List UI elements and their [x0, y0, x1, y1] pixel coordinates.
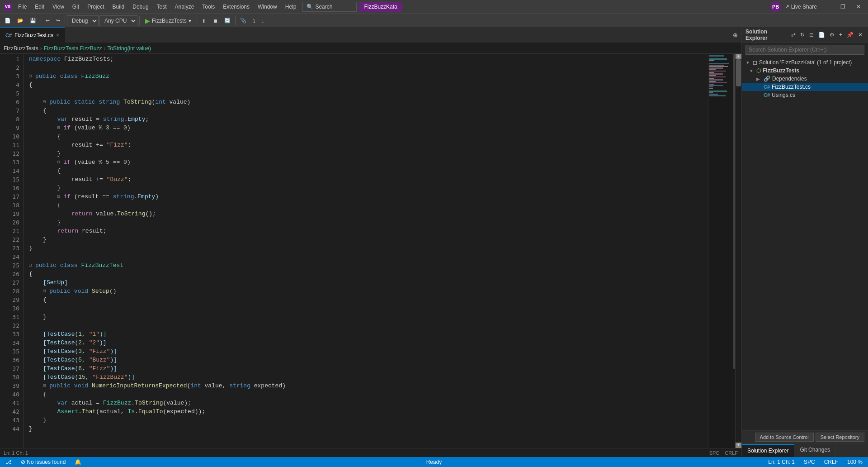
fold-39[interactable]: ⊟ — [43, 381, 48, 390]
fold-3[interactable]: ⊟ — [29, 72, 34, 81]
line-num-6: 6 — [0, 98, 19, 106]
se-refresh-button[interactable]: ↻ — [798, 31, 807, 39]
fold-6[interactable]: ⊟ — [43, 98, 48, 106]
breadcrumb-method[interactable]: ToString(int value) — [107, 45, 151, 52]
line-numbers: 1 2 3 4 5 6 7 8 9 10 11 12 13 14 15 16 1… — [0, 54, 24, 448]
editor-area[interactable]: 1 2 3 4 5 6 7 8 9 10 11 12 13 14 15 16 1… — [0, 54, 741, 448]
line-num-40: 40 — [0, 390, 19, 399]
toolbar-new[interactable]: 📄 — [2, 16, 14, 25]
status-encoding[interactable]: CRLF — [822, 459, 840, 465]
toolbar-step-into[interactable]: ↓ — [259, 17, 267, 25]
toolbar-restart[interactable]: 🔄 — [222, 16, 233, 25]
se-sync-button[interactable]: ⇄ — [789, 31, 797, 39]
minimap-content — [708, 54, 735, 98]
run-button[interactable]: ▶ FizzBuzzTests ▾ — [142, 16, 195, 26]
status-position[interactable]: Ln: 1 Ch: 1 — [766, 459, 797, 465]
line-num-35: 35 — [0, 347, 19, 356]
fold-28[interactable]: ⊟ — [43, 287, 48, 295]
menu-extensions[interactable]: Extensions — [219, 2, 253, 12]
breadcrumb-project[interactable]: FizzBuzzTests — [4, 45, 38, 52]
scrollbar-thumb[interactable] — [736, 59, 741, 86]
se-show-all[interactable]: 📄 — [816, 31, 827, 39]
debug-config-dropdown[interactable]: Debug — [67, 15, 99, 26]
code-line-31: } — [29, 313, 708, 321]
breadcrumb-namespace[interactable]: FizzBuzzTests.FizzBuzz — [44, 45, 102, 52]
se-search[interactable] — [742, 43, 868, 57]
live-share-button[interactable]: ↗ Live Share — [785, 4, 817, 10]
tab-git-changes[interactable]: Git Changes — [794, 444, 836, 457]
run-dropdown-arrow: ▾ — [189, 18, 191, 24]
file-tab-fizzbuzztest[interactable]: C# FizzBuzzTest.cs × — [0, 27, 65, 43]
menu-build[interactable]: Build — [109, 2, 128, 12]
close-button[interactable]: ✕ — [853, 2, 864, 12]
scroll-up-arrow[interactable]: ▲ — [736, 54, 741, 59]
maximize-button[interactable]: ❐ — [837, 2, 849, 12]
scroll-down-arrow[interactable]: ▼ — [736, 443, 741, 448]
fold-17[interactable]: ⊟ — [57, 192, 62, 201]
minimize-button[interactable]: — — [821, 2, 833, 12]
menu-test[interactable]: Test — [153, 2, 170, 12]
menu-project[interactable]: Project — [84, 2, 108, 12]
se-search-input[interactable] — [745, 45, 864, 55]
line-num-14: 14 — [0, 167, 19, 175]
menu-help[interactable]: Help — [282, 2, 300, 12]
menu-window[interactable]: Window — [254, 2, 281, 12]
menu-tools[interactable]: Tools — [198, 2, 218, 12]
status-spaces[interactable]: SPC — [802, 459, 817, 465]
toolbar-undo[interactable]: ↩ — [43, 16, 52, 25]
menu-analyze[interactable]: Analyze — [171, 2, 198, 12]
line-num-32: 32 — [0, 321, 19, 330]
tab-close-button[interactable]: × — [56, 32, 59, 38]
line-num-3: 3 — [0, 72, 19, 81]
status-notifications-icon[interactable]: 🔔 — [73, 459, 83, 465]
user-avatar[interactable]: PB — [770, 1, 781, 12]
menu-git[interactable]: Git — [69, 2, 83, 12]
active-project-tab[interactable]: FizzBuzzKata — [359, 2, 401, 12]
line-num-15: 15 — [0, 175, 19, 184]
tree-dependencies[interactable]: ▶ 🔗 Dependencies — [742, 75, 868, 83]
fold-25[interactable]: ⊟ — [29, 261, 34, 270]
se-add[interactable]: + — [837, 31, 844, 39]
menu-edit[interactable]: Edit — [31, 2, 48, 12]
tree-usings-cs[interactable]: C# Usings.cs — [742, 91, 868, 99]
status-left: ⎇ ⊘ No issues found 🔔 — [4, 459, 83, 465]
status-git-icon[interactable]: ⎇ — [4, 459, 14, 465]
breadcrumb-sep-2: › — [104, 45, 105, 52]
menu-view[interactable]: View — [49, 2, 68, 12]
toolbar-save[interactable]: 💾 — [27, 16, 39, 25]
new-tab-button[interactable]: ⊕ — [729, 32, 741, 38]
tree-fizzbuzztest-cs[interactable]: C# FizzBuzzTest.cs — [742, 83, 868, 91]
status-zoom[interactable]: 100 % — [845, 459, 864, 465]
global-search-box[interactable]: 🔍 Search — [302, 2, 357, 12]
se-pin[interactable]: 📌 — [845, 31, 855, 39]
line-num-31: 31 — [0, 313, 19, 321]
code-editor[interactable]: namespace FizzBuzzTests; ⊟public class F… — [24, 54, 708, 448]
line-num-2: 2 — [0, 63, 19, 72]
tree-project[interactable]: ▼ ⬡ FizzBuzzTests — [742, 67, 868, 75]
line-num-19: 19 — [0, 210, 19, 218]
fold-13[interactable]: ⊟ — [57, 158, 62, 167]
se-properties[interactable]: ⚙ — [828, 31, 836, 39]
toolbar-open[interactable]: 📂 — [14, 16, 26, 25]
add-to-source-control-button[interactable]: Add to Source Control — [755, 433, 814, 442]
toolbar-stop[interactable]: ⏹ — [210, 17, 221, 25]
code-line-35: [TestCase(3, "Fizz")] — [29, 347, 708, 356]
toolbar-attach[interactable]: 📎 — [237, 16, 249, 25]
se-collapse-all[interactable]: ⊟ — [807, 31, 816, 39]
vertical-scrollbar[interactable]: ▲ ▼ — [735, 54, 741, 448]
tab-solution-explorer[interactable]: Solution Explorer — [742, 444, 794, 457]
select-repository-button[interactable]: Select Repository — [816, 433, 864, 442]
menu-debug[interactable]: Debug — [129, 2, 152, 12]
platform-dropdown[interactable]: Any CPU — [99, 15, 137, 26]
scrollbar-track[interactable] — [736, 59, 741, 443]
fold-9[interactable]: ⊟ — [57, 124, 62, 132]
code-line-21: return result; — [29, 227, 708, 235]
status-no-issues[interactable]: ⊘ No issues found — [19, 459, 67, 465]
se-close[interactable]: ✕ — [856, 31, 864, 39]
line-num-28: 28 — [0, 287, 19, 295]
toolbar-pause[interactable]: ⏸ — [199, 17, 209, 25]
toolbar-redo[interactable]: ↪ — [53, 16, 63, 25]
toolbar-step-over[interactable]: ⤵ — [250, 17, 258, 25]
tree-solution[interactable]: ▼ ◻ Solution 'FizzBuzzKata' (1 of 1 proj… — [742, 58, 868, 67]
menu-file[interactable]: File — [14, 2, 30, 12]
